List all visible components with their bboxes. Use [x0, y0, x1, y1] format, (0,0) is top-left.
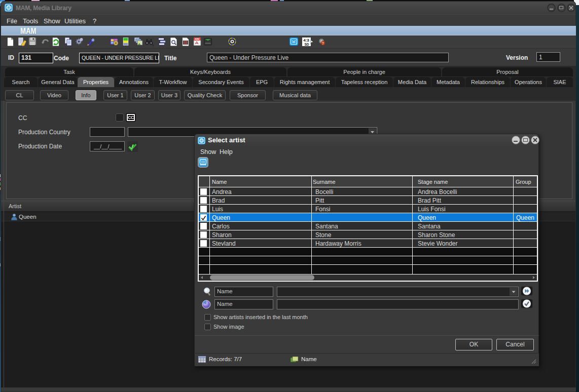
svg-text:SD: SD	[304, 43, 309, 46]
svg-text:?: ?	[322, 41, 324, 46]
svg-text:ABC: ABC	[195, 37, 200, 41]
